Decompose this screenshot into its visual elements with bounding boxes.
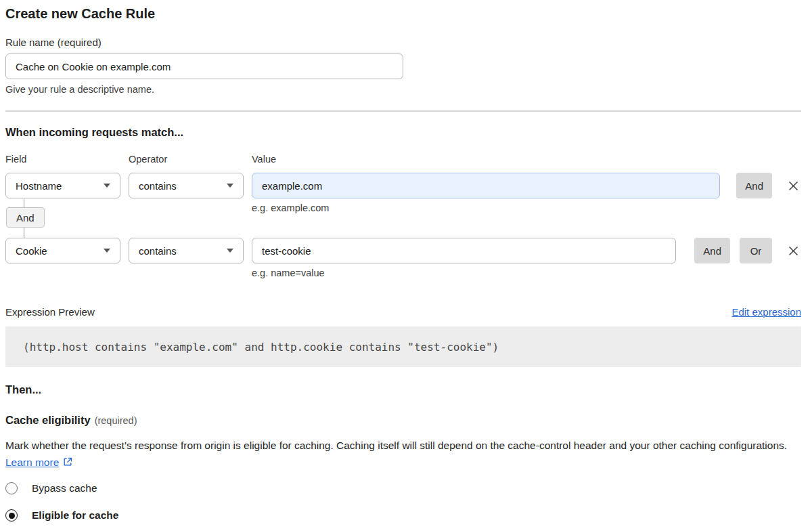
section-divider <box>5 110 801 112</box>
chevron-down-icon <box>227 249 233 253</box>
chevron-down-icon <box>104 184 110 188</box>
cache-eligibility-description: Mark whether the request’s response from… <box>5 437 790 471</box>
remove-condition-button[interactable] <box>786 238 801 263</box>
expression-code-block: (http.host contains "example.com" and ht… <box>5 326 801 367</box>
required-note: (required) <box>95 415 137 426</box>
condition-actions: And <box>736 173 801 198</box>
edit-expression-link[interactable]: Edit expression <box>731 306 801 318</box>
radio-unselected-icon <box>5 482 18 494</box>
value-hint: e.g. name=value <box>252 268 676 278</box>
condition-column-labels: Field Operator Value <box>5 154 801 165</box>
external-link-icon <box>62 456 73 467</box>
radio-option-label: Eligible for cache <box>32 509 118 522</box>
condition-actions: And Or <box>694 238 801 263</box>
then-heading: Then... <box>5 383 801 396</box>
field-select[interactable]: Hostname <box>5 173 120 198</box>
operator-column-label: Operator <box>129 154 244 165</box>
radio-option-label: Bypass cache <box>32 482 97 494</box>
close-icon <box>787 179 800 192</box>
rule-name-group: Rule name (required) Give your rule a de… <box>5 37 801 95</box>
add-or-condition-button[interactable]: Or <box>740 238 772 263</box>
create-cache-rule-page: Create new Cache Rule Rule name (require… <box>0 0 812 522</box>
condition-row: Cookie contains e.g. name=value And Or <box>5 238 801 278</box>
field-select-value: Cookie <box>16 245 47 257</box>
add-and-condition-button[interactable]: And <box>736 173 772 198</box>
expression-preview-header: Expression Preview Edit expression <box>5 306 801 318</box>
field-select-value: Hostname <box>16 180 62 192</box>
radio-selected-icon <box>5 509 18 522</box>
page-title: Create new Cache Rule <box>5 4 801 23</box>
chevron-down-icon <box>227 184 233 188</box>
value-input[interactable] <box>252 173 720 198</box>
operator-select[interactable]: contains <box>129 173 244 198</box>
cache-eligibility-heading-row: Cache eligibility(required) <box>5 414 801 427</box>
chevron-down-icon <box>104 249 110 253</box>
value-column: e.g. name=value <box>252 238 676 278</box>
value-column-label: Value <box>252 154 276 165</box>
expression-preview-label: Expression Preview <box>5 306 95 318</box>
learn-more-link[interactable]: Learn more <box>5 456 59 468</box>
operator-select[interactable]: contains <box>129 238 244 263</box>
radio-option-eligible-for-cache[interactable]: Eligible for cache <box>5 509 801 522</box>
condition-connector: And <box>5 199 801 238</box>
operator-select-value: contains <box>139 245 177 257</box>
description-text: Mark whether the request’s response from… <box>5 440 787 451</box>
value-input[interactable] <box>252 238 676 263</box>
connector-and-button[interactable]: And <box>6 207 45 228</box>
radio-option-bypass-cache[interactable]: Bypass cache <box>5 482 801 494</box>
add-and-condition-button[interactable]: And <box>694 238 730 263</box>
remove-condition-button[interactable] <box>786 173 801 198</box>
rule-name-label: Rule name (required) <box>5 37 801 49</box>
rule-name-input[interactable] <box>5 54 403 79</box>
field-column-label: Field <box>5 154 120 165</box>
close-icon <box>787 245 800 257</box>
field-select[interactable]: Cookie <box>5 238 120 263</box>
rule-name-help: Give your rule a descriptive name. <box>5 84 801 95</box>
match-heading: When incoming requests match... <box>5 125 801 139</box>
operator-select-value: contains <box>139 180 177 192</box>
cache-eligibility-heading: Cache eligibility <box>5 414 91 426</box>
expression-code: (http.host contains "example.com" and ht… <box>23 341 499 354</box>
